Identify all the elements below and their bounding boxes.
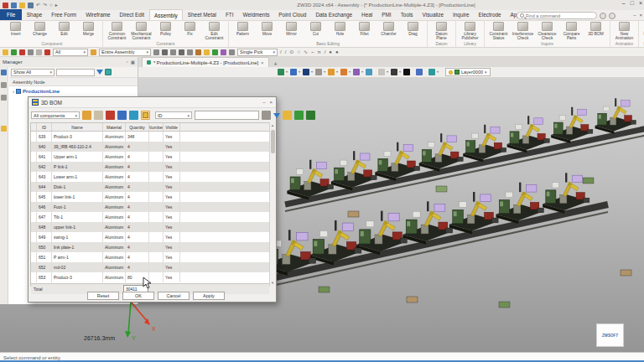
tab-free-form[interactable]: Free Form (47, 9, 81, 20)
dark-display-icon[interactable] (403, 69, 410, 75)
view-orient-icon[interactable] (278, 69, 284, 75)
ribbon-button-library-publisher[interactable]: Library Publisher (459, 22, 481, 41)
tab-sheet-metal[interactable]: Sheet Metal (183, 9, 221, 20)
sort-descending-icon[interactable] (106, 111, 115, 120)
tab-weldments[interactable]: Weldments (238, 9, 274, 20)
circle-select-icon[interactable] (36, 49, 42, 55)
user-filter-icon[interactable] (262, 111, 271, 120)
background-icon[interactable] (378, 69, 385, 75)
tab-electrode[interactable]: Electrode (474, 9, 506, 20)
ribbon-button-pulley[interactable]: Pulley (154, 22, 177, 41)
ribbon-button-edit[interactable]: Edit (53, 22, 75, 41)
play-icon[interactable]: ▸ (55, 3, 58, 8)
tab-assembly[interactable]: Assembly (149, 9, 184, 20)
camera-icon[interactable] (366, 69, 372, 75)
workspace-close-icon[interactable]: × (639, 13, 642, 18)
pick-component-icon[interactable] (187, 49, 193, 55)
light-mode-icon[interactable] (328, 69, 335, 75)
column-header-quantity[interactable]: Quantity (126, 123, 149, 131)
remove-filter-icon[interactable] (19, 49, 25, 55)
close-icon[interactable]: × (639, 0, 642, 6)
scrollbar-thumb[interactable] (271, 130, 275, 153)
pick-filter-icon[interactable] (229, 49, 235, 55)
ribbon-button-clearance-check[interactable]: Clearance Check (536, 22, 558, 41)
spline-tool-icon[interactable]: ∿ (304, 49, 308, 54)
zoom-fit-icon[interactable] (290, 69, 297, 75)
point2-tool-icon[interactable]: ● (335, 49, 339, 54)
history-manager-icon[interactable] (1, 70, 7, 75)
column-header-id[interactable]: ID (37, 123, 52, 131)
cancel-button[interactable]: Cancel (158, 292, 190, 300)
table-row[interactable]: 644Disk-1Aluminum4Yes (31, 182, 269, 192)
tab-file[interactable]: File (0, 9, 22, 20)
ribbon-button-merge[interactable]: Merge (77, 22, 100, 41)
save-icon[interactable] (28, 3, 34, 8)
tab-inquire[interactable]: Inquire (449, 9, 475, 20)
bom-table-header[interactable]: IDNameMaterialQuantityNumberVisible (31, 123, 269, 132)
filter-type-select[interactable]: All (53, 49, 88, 56)
table-row[interactable]: 641Upper arm-1Aluminum4Yes (31, 152, 269, 162)
column-header-number[interactable]: Number (149, 123, 164, 131)
ribbon-button-cut[interactable]: Cut (304, 22, 327, 41)
pick-body-icon[interactable] (179, 49, 184, 55)
bom-dialog-titlebar[interactable]: 3D BOM – × (29, 97, 276, 108)
reset-button[interactable]: Reset (87, 292, 119, 300)
maximize-icon[interactable]: □ (631, 0, 634, 6)
manager-dock-icon[interactable]: ▣ (131, 59, 135, 65)
bom-scrollbar[interactable]: ▲ ▼ (269, 122, 275, 287)
table-row[interactable]: 650link plate-1Aluminum4Yes (31, 242, 269, 252)
account-icon[interactable] (609, 13, 615, 19)
import-table-icon[interactable] (306, 111, 315, 120)
curve-tool-icon[interactable]: ~ (311, 49, 314, 54)
app-logo-icon[interactable] (3, 3, 8, 8)
redo-icon[interactable]: ↷ (43, 3, 47, 8)
layer-select[interactable]: Layer0000 (445, 68, 491, 76)
folder-manager-icon[interactable] (1, 126, 7, 132)
column-header-name[interactable]: Name (52, 123, 103, 131)
circle-tool-icon[interactable]: ○ (297, 49, 300, 54)
pick-all-icon[interactable] (221, 49, 226, 55)
point-tool-icon[interactable]: ● (329, 49, 332, 54)
ribbon-button-compare-parts[interactable]: Compare Parts (560, 22, 583, 41)
command-search-box[interactable] (517, 12, 597, 19)
document-tab-active[interactable]: * ProductionLine-Multiple-4.Z3 - [Produc… (142, 57, 269, 67)
table-row[interactable]: 639Product-3Aluminum348Yes (31, 132, 269, 142)
table-row[interactable]: 642P link-1Aluminum4Yes (31, 162, 269, 172)
ribbon-button-fillet[interactable]: Fillet (353, 22, 376, 41)
tab-fti[interactable]: FTI (221, 9, 238, 20)
line-tool-icon[interactable]: / (280, 49, 282, 54)
bom-collapse-icon[interactable]: – (262, 100, 265, 105)
table-row[interactable]: 651P arm-1Aluminum4Yes (31, 252, 269, 262)
pick-datum-icon[interactable] (212, 49, 218, 55)
table-row[interactable]: 64039_IRB 460-110-2.4Aluminum4Yes (31, 142, 269, 152)
ribbon-button-common-constraint[interactable]: Common Constraint (106, 22, 128, 41)
bom-search-column-select[interactable]: ID (155, 111, 192, 119)
display-options-icon[interactable] (391, 69, 397, 75)
grid-icon[interactable] (416, 69, 423, 75)
show-hide-icon[interactable] (3, 49, 8, 55)
flag-icon[interactable] (44, 49, 50, 55)
document-tab-close-icon[interactable]: × (261, 60, 264, 65)
pick-mode-select[interactable]: Single Pick (237, 49, 278, 56)
ribbon-button-3d-bom[interactable]: 3D BOM (584, 22, 607, 41)
ribbon-button-mirror[interactable]: Mirror (280, 22, 303, 41)
ribbon-button-hole[interactable]: Hole (329, 22, 351, 41)
table-row[interactable]: 648upper link-1Aluminum4Yes (31, 222, 269, 232)
robot-cell[interactable] (551, 107, 593, 143)
undo-icon[interactable]: ↶ (36, 3, 40, 8)
ribbon-button-insert[interactable]: Insert (4, 22, 27, 41)
pick-curve-icon[interactable] (204, 49, 210, 55)
table-row[interactable]: 647Tilt-1Aluminum4Yes (31, 212, 269, 222)
new-file-icon[interactable] (11, 3, 17, 8)
ribbon-button-interference-check[interactable]: Interference Check (512, 22, 534, 41)
export-table-icon[interactable] (294, 111, 304, 120)
ribbon-button-change[interactable]: Change (29, 22, 51, 41)
shade-mode-icon[interactable] (303, 69, 309, 75)
bom-close-icon[interactable]: × (269, 100, 273, 105)
export-folder-icon[interactable] (283, 111, 292, 120)
column-header-material[interactable]: Material (103, 123, 126, 131)
assembly-manager-icon[interactable] (1, 82, 7, 88)
ribbon-button-constraint-status[interactable]: Constraint Status (487, 22, 510, 41)
robot-cell[interactable] (595, 98, 636, 133)
table-row[interactable]: 649swing-1Aluminum4Yes (31, 232, 269, 242)
